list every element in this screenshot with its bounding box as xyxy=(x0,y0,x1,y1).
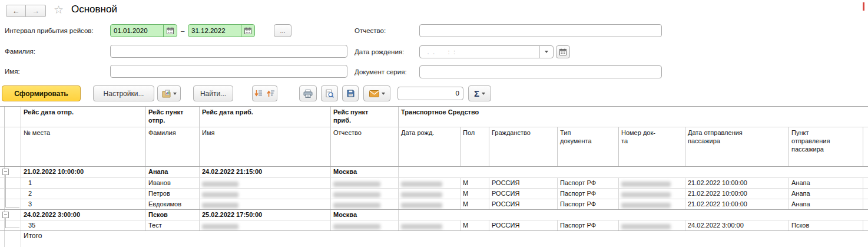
birthdate-label: Дата рождения: xyxy=(355,45,404,58)
expand-groups-button[interactable] xyxy=(252,85,265,101)
seat-number[interactable]: 2 xyxy=(21,189,146,199)
collapse-groups-button[interactable] xyxy=(264,85,277,101)
passenger-surname[interactable]: Евдокимов xyxy=(146,199,200,209)
flight-depart-point[interactable]: Анапа xyxy=(146,167,200,177)
document-type[interactable]: Паспорт РФ xyxy=(558,199,619,209)
column-header: Рейс пункт отпр. xyxy=(146,107,200,127)
find-button[interactable]: Найти... xyxy=(193,85,233,101)
passenger-birthdate[interactable] xyxy=(399,220,460,230)
date-to-value[interactable]: 31.12.2022 xyxy=(188,25,241,37)
masked-value xyxy=(621,192,671,197)
passenger-name[interactable] xyxy=(200,178,331,188)
passenger-depart-date[interactable]: 21.02.2022 10:00:00 xyxy=(685,178,789,188)
favorite-star-icon[interactable]: ☆ xyxy=(54,4,64,15)
passenger-surname[interactable]: Петров xyxy=(146,189,200,199)
forward-button[interactable]: → xyxy=(26,5,46,17)
quick-sum-field[interactable]: 0 xyxy=(397,87,463,100)
table-row: 21.02.2022 10:00:00Анапа24.02.2022 21:15… xyxy=(0,166,868,177)
interval-label: Интервал прибытия рейсов: xyxy=(5,24,94,37)
name-input[interactable] xyxy=(110,65,347,78)
passenger-name[interactable] xyxy=(200,189,331,199)
calendar-icon xyxy=(167,27,174,34)
flight-depart-date[interactable]: 24.02.2022 3:00:00 xyxy=(21,210,146,220)
passenger-sex[interactable]: М xyxy=(460,189,489,199)
report-variants-button[interactable] xyxy=(157,85,181,101)
birthdate-field[interactable]: . . : : xyxy=(419,45,554,58)
passenger-surname[interactable]: Тест xyxy=(146,220,200,230)
passenger-birthdate[interactable] xyxy=(399,199,460,209)
masked-value xyxy=(333,192,380,197)
masked-value xyxy=(401,224,442,229)
passenger-birthdate[interactable] xyxy=(399,178,460,188)
patronymic-input[interactable] xyxy=(419,24,662,37)
collapse-icon[interactable] xyxy=(2,169,9,175)
passenger-depart-date[interactable]: 24.02.2022 3:00:00 xyxy=(685,220,789,230)
forward-arrow-icon: → xyxy=(32,6,39,15)
flight-arrive-date[interactable]: 24.02.2022 21:15:00 xyxy=(200,167,331,177)
preview-button[interactable] xyxy=(321,85,338,101)
date-from-field[interactable]: 01.01.2020 xyxy=(110,24,177,37)
passenger-depart-date[interactable]: 21.02.2022 10:00:00 xyxy=(685,189,789,199)
column-header: Рейс дата отпр. xyxy=(21,107,146,127)
print-icon xyxy=(303,90,313,98)
passenger-name[interactable] xyxy=(200,220,331,230)
seat-number[interactable]: 1 xyxy=(21,178,146,188)
document-number[interactable] xyxy=(619,189,685,199)
document-type[interactable]: Паспорт РФ xyxy=(558,220,619,230)
passenger-citizenship[interactable]: РОССИЯ xyxy=(489,199,558,209)
column-header: Дата отправления пассажира xyxy=(685,127,789,166)
flight-arrive-point[interactable]: Москва xyxy=(331,167,399,177)
date-to-calendar-button[interactable] xyxy=(241,25,254,37)
passenger-patronymic[interactable] xyxy=(331,178,399,188)
date-from-value[interactable]: 01.01.2020 xyxy=(111,25,163,37)
date-to-field[interactable]: 31.12.2022 xyxy=(188,24,255,37)
generate-button[interactable]: Сформировать xyxy=(2,85,81,101)
report-variants-icon xyxy=(162,90,171,98)
passenger-sex[interactable]: М xyxy=(460,178,489,188)
passenger-sex[interactable]: М xyxy=(460,199,489,209)
flight-depart-point[interactable]: Псков xyxy=(146,210,200,220)
passenger-name[interactable] xyxy=(200,199,331,209)
doc-series-input[interactable] xyxy=(419,65,662,78)
autosum-button[interactable]: Σ xyxy=(468,85,491,101)
birthdate-calendar-button[interactable] xyxy=(556,45,570,58)
tree-line xyxy=(5,207,19,208)
table-cell xyxy=(399,210,868,220)
collapse-icon[interactable] xyxy=(2,212,9,218)
document-number[interactable] xyxy=(619,220,685,230)
passenger-citizenship[interactable]: РОССИЯ xyxy=(489,178,558,188)
save-button[interactable] xyxy=(342,85,359,101)
flight-arrive-date[interactable]: 25.02.2022 17:50:00 xyxy=(200,210,331,220)
document-number[interactable] xyxy=(619,178,685,188)
flight-depart-date[interactable]: 21.02.2022 10:00:00 xyxy=(21,167,146,177)
passenger-sex[interactable]: М xyxy=(460,220,489,230)
interval-more-button[interactable]: ... xyxy=(274,24,291,37)
passenger-citizenship[interactable]: РОССИЯ xyxy=(489,220,558,230)
table-row: Итого xyxy=(0,230,868,247)
seat-number[interactable]: 35 xyxy=(21,220,146,230)
seat-number[interactable]: 3 xyxy=(21,199,146,209)
passenger-patronymic[interactable] xyxy=(331,189,399,199)
date-from-calendar-button[interactable] xyxy=(163,25,177,37)
passenger-patronymic[interactable] xyxy=(331,220,399,230)
birthdate-dropdown-button[interactable] xyxy=(539,46,553,58)
passenger-depart-point[interactable]: Анапа xyxy=(789,189,863,199)
print-button[interactable] xyxy=(299,85,317,101)
surname-input[interactable] xyxy=(110,45,347,58)
document-number[interactable] xyxy=(619,199,685,209)
table-cell xyxy=(5,220,21,230)
passenger-depart-point[interactable]: Анапа xyxy=(789,178,863,188)
passenger-depart-point[interactable]: Псков xyxy=(789,220,863,230)
passenger-depart-point[interactable]: Анапа xyxy=(789,199,863,209)
back-button[interactable]: ← xyxy=(6,5,26,17)
passenger-citizenship[interactable]: РОССИЯ xyxy=(489,189,558,199)
passenger-depart-date[interactable]: 21.02.2022 10:00:00 xyxy=(685,199,789,209)
document-type[interactable]: Паспорт РФ xyxy=(558,178,619,188)
flight-arrive-point[interactable]: Москва xyxy=(331,210,399,220)
passenger-surname[interactable]: Иванов xyxy=(146,178,200,188)
passenger-patronymic[interactable] xyxy=(331,199,399,209)
send-email-button[interactable] xyxy=(363,85,390,101)
settings-button[interactable]: Настройки... xyxy=(93,85,154,101)
passenger-birthdate[interactable] xyxy=(399,189,460,199)
document-type[interactable]: Паспорт РФ xyxy=(558,189,619,199)
